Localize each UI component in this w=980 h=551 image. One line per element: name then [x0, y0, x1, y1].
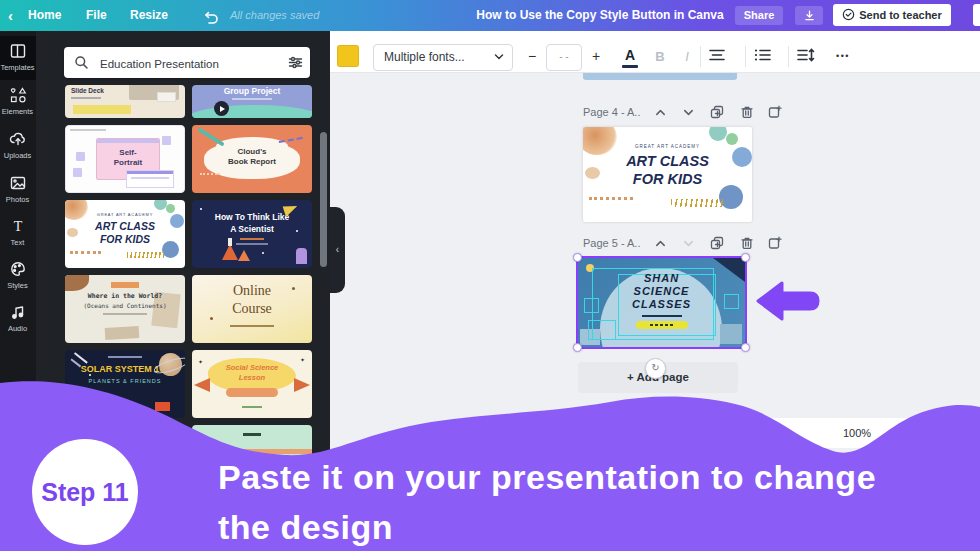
- menu-file[interactable]: File: [86, 0, 107, 31]
- share-button[interactable]: Share: [735, 6, 783, 25]
- cursor-indicator: ↻: [645, 358, 666, 379]
- sidebar-item-uploads[interactable]: Uploads: [0, 124, 36, 168]
- more-options-button[interactable]: •••: [828, 44, 858, 69]
- sidebar-item-styles[interactable]: Styles: [0, 254, 36, 298]
- filter-icon[interactable]: [288, 55, 303, 70]
- page5-label[interactable]: Page 5 - A..: [583, 237, 640, 249]
- template-thumbnail-where-world[interactable]: Where in the World? (Oceans and Continen…: [65, 275, 185, 343]
- template-thumbnail-solar-system[interactable]: SOLAR SYSTEM 101 PLANETS & FRIENDS: [65, 350, 185, 418]
- move-page-up-icon[interactable]: [654, 237, 669, 252]
- italic-button[interactable]: I: [676, 44, 698, 69]
- download-button[interactable]: [795, 6, 823, 25]
- bold-button[interactable]: B: [648, 44, 672, 69]
- zoom-level[interactable]: 100%: [843, 427, 871, 439]
- sidebar-item-text[interactable]: T Text: [0, 211, 36, 255]
- pencil-decor: [197, 127, 225, 146]
- move-page-up-icon[interactable]: [654, 106, 669, 121]
- text-icon: T: [8, 216, 28, 236]
- send-to-teacher-button[interactable]: Send to teacher: [833, 4, 951, 26]
- selection-handle[interactable]: [573, 253, 582, 262]
- sidebar-item-templates[interactable]: Templates: [0, 36, 36, 80]
- save-status: All changes saved: [230, 0, 319, 31]
- template-thumbnail-scientist[interactable]: How To Think Like A Scientist: [192, 200, 312, 268]
- undo-icon[interactable]: [203, 8, 219, 24]
- template-thumbnail-self-portrait[interactable]: Self- Portrait: [65, 125, 185, 193]
- sidebar-item-audio[interactable]: Audio: [0, 297, 36, 341]
- flask-decor: [222, 244, 238, 260]
- svg-text:T: T: [14, 219, 23, 234]
- templates-icon: [8, 41, 28, 61]
- line-spacing-icon[interactable]: [796, 47, 815, 72]
- duplicate-page-icon[interactable]: [710, 236, 725, 251]
- selection-handle[interactable]: [741, 343, 750, 352]
- page5-slide-selected[interactable]: SHAN SCIENCE CLASSES: [576, 256, 747, 349]
- bullet-list-icon[interactable]: [754, 47, 772, 72]
- step-badge: Step 11: [32, 439, 138, 545]
- panel-scrollbar[interactable]: [320, 132, 327, 267]
- font-dropdown[interactable]: Multiple fonts...: [373, 44, 513, 71]
- pointer-arrow: [755, 280, 821, 322]
- music-note-icon: [8, 302, 28, 322]
- canva-app: ‹ Home File Resize All changes saved How…: [0, 0, 980, 551]
- search-icon: [74, 55, 89, 70]
- align-center-icon[interactable]: [708, 47, 726, 72]
- upload-cloud-icon: [8, 129, 28, 149]
- check-circle-icon: [842, 8, 855, 21]
- font-size-decrease-button[interactable]: −: [520, 44, 544, 69]
- design-title[interactable]: How to Use the Copy Style Button in Canv…: [450, 0, 750, 31]
- delete-page-icon[interactable]: [740, 105, 755, 120]
- search-bar: [64, 47, 310, 78]
- menu-home[interactable]: Home: [28, 0, 61, 31]
- template-thumbnail-clouds-book-report[interactable]: Cloud's Book Report: [192, 125, 312, 193]
- top-bar: ‹ Home File Resize All changes saved How…: [0, 0, 980, 31]
- move-page-down-icon-disabled: [682, 237, 697, 252]
- template-thumbnail-slide-deck[interactable]: Slide Deck: [65, 85, 185, 118]
- text-color-button[interactable]: A: [617, 44, 643, 69]
- search-input[interactable]: [98, 47, 272, 80]
- sidebar: Templates Elements Uploads Photos T Text…: [0, 31, 36, 551]
- page4-slide[interactable]: GREAT ART ACADEMY ART CLASS FOR KIDS: [583, 127, 752, 222]
- caption-line2: the design: [218, 508, 393, 547]
- add-page-after-icon[interactable]: [768, 236, 783, 251]
- duplicate-page-icon[interactable]: [710, 105, 725, 120]
- chevron-down-icon: [494, 53, 504, 61]
- caption-line1: Paste it on your presentation to change: [218, 458, 876, 497]
- menu-resize[interactable]: Resize: [130, 0, 168, 31]
- font-size-increase-button[interactable]: +: [584, 44, 608, 69]
- back-icon[interactable]: ‹: [8, 0, 13, 31]
- page3-slide-edge[interactable]: [583, 73, 737, 80]
- add-page-after-icon[interactable]: [768, 105, 783, 120]
- photos-icon: [8, 173, 28, 193]
- panel-collapse-tab[interactable]: ‹: [330, 207, 345, 293]
- template-thumbnail-social-science[interactable]: Social Science Lesson ✦ ✦: [192, 350, 312, 418]
- template-thumbnail-online-course[interactable]: Online Course: [192, 275, 312, 343]
- sidebar-item-elements[interactable]: Elements: [0, 80, 36, 124]
- selection-handle[interactable]: [573, 343, 582, 352]
- color-swatch[interactable]: [337, 45, 359, 67]
- template-thumbnail-group-project[interactable]: Group Project: [192, 85, 312, 118]
- template-thumbnail-art-class[interactable]: GREAT ART ACADEMY ART CLASS FOR KIDS: [65, 200, 185, 268]
- selection-handle[interactable]: [741, 253, 750, 262]
- delete-page-icon[interactable]: [740, 236, 755, 251]
- editor-toolbar: Multiple fonts... − - - + A B I •••: [330, 31, 980, 73]
- download-icon: [803, 9, 816, 22]
- move-page-down-icon[interactable]: [682, 106, 697, 121]
- status-bar: [700, 418, 980, 448]
- sidebar-item-photos[interactable]: Photos: [0, 168, 36, 212]
- more-topbar-button[interactable]: [973, 4, 980, 26]
- play-icon: [214, 101, 229, 116]
- page4-label[interactable]: Page 4 - A..: [583, 106, 640, 118]
- font-size-field[interactable]: - -: [546, 44, 582, 71]
- styles-palette-icon: [8, 259, 28, 279]
- elements-icon: [8, 85, 28, 105]
